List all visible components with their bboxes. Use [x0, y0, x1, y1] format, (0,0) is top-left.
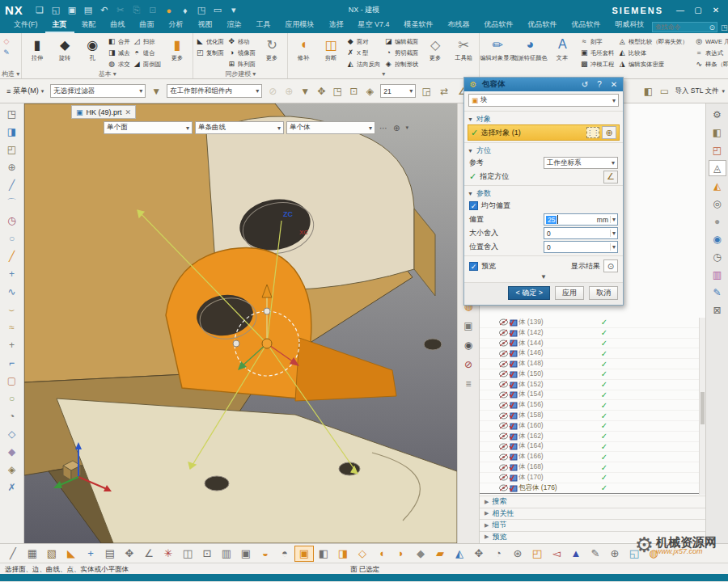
quick-access-icon[interactable]: ⎘ — [130, 4, 143, 17]
left-tool-icon[interactable]: + — [4, 266, 20, 282]
snap-point-icon[interactable]: ⊕ — [392, 124, 401, 133]
left-tool-icon[interactable]: ◳ — [4, 106, 20, 122]
ribbon-tab[interactable]: 曲面 — [133, 19, 162, 33]
left-tool-icon[interactable]: ╱ — [4, 177, 20, 193]
feature-tree-row[interactable]: 体 (146) ✓ — [480, 348, 699, 359]
snap-caret-icon[interactable]: ▾ — [404, 124, 410, 131]
left-tool-icon[interactable]: ◰ — [4, 141, 20, 158]
sketch-button[interactable]: ◇ — [2, 36, 11, 47]
ribbon-small-button[interactable]: ◿ 扫掠 — [132, 36, 163, 47]
bottom-tool-icon[interactable]: ◱ — [624, 546, 644, 562]
bottom-tool-icon[interactable]: ▤ — [100, 546, 120, 562]
ellipsis-icon[interactable]: ⋯ — [378, 124, 389, 133]
sketch-curve-button[interactable]: ✎ — [2, 47, 11, 58]
section-orientation[interactable]: ▼方位 — [464, 145, 623, 156]
ribbon-utility-icon[interactable]: ◳ — [717, 23, 728, 33]
mini-tool-icon[interactable]: ▣ — [460, 318, 476, 334]
ribbon-tab[interactable]: 文件(F) — [6, 19, 45, 33]
selection-tool-icon[interactable]: ⊡ — [346, 84, 361, 99]
ribbon-tab[interactable]: 工具 — [249, 19, 278, 33]
bottom-tool-icon[interactable]: ◨ — [333, 546, 353, 562]
ribbon-tab[interactable]: 星空 V7.4 — [351, 19, 397, 33]
resource-bar-icon[interactable]: ◎ — [709, 196, 726, 212]
window-tool-icon[interactable]: ◧ — [641, 84, 655, 99]
navigator-section-header[interactable]: ▶ 相关性 — [480, 508, 705, 520]
selection-tool-icon[interactable]: ⊕ — [281, 84, 296, 99]
quick-access-icon[interactable]: ⊡ — [146, 4, 159, 17]
mini-tool-icon[interactable]: ⊘ — [460, 356, 476, 373]
feature-tree-row[interactable]: 体 (162) ✓ — [480, 432, 699, 442]
face-rule-combo[interactable]: 单个面 — [104, 121, 193, 134]
visibility-eye-icon[interactable] — [499, 361, 508, 368]
bottom-tool-icon[interactable]: ◔ — [489, 546, 508, 562]
window-tool-icon[interactable]: ▭ — [657, 84, 671, 99]
ribbon-small-button[interactable]: ∿ 样条（即将失效） — [694, 58, 728, 70]
ribbon-tab[interactable]: 明威科技 — [608, 19, 652, 33]
ribbon-small-button[interactable]: ◣ 优化面 — [195, 36, 226, 47]
bottom-tool-icon[interactable]: ◣ — [61, 546, 81, 562]
ribbon-small-button[interactable]: ◈ 控制形状 — [383, 58, 421, 70]
feature-tree-row[interactable]: 体 (150) ✓ — [480, 369, 699, 380]
csys-dialog-button[interactable]: ∠ — [603, 171, 618, 183]
ribbon-small-button[interactable]: ◎ WAVE 几何链接器 — [694, 36, 728, 47]
resource-bar-icon[interactable]: ● — [709, 213, 726, 230]
feature-tree-row[interactable]: 体 (148) ✓ — [480, 359, 699, 369]
more-button[interactable]: ▮ 更多 — [163, 34, 191, 62]
ribbon-small-button[interactable]: ◢ 面倒圆 — [132, 58, 163, 70]
ribbon-small-button[interactable]: ◓ 缝合 — [132, 47, 163, 58]
preview-checkbox[interactable] — [469, 262, 478, 271]
feature-tree-row[interactable]: 体 (152) ✓ — [480, 380, 699, 390]
ribbon-small-button[interactable]: ◔ 剪切截面 — [383, 47, 421, 58]
import-stl-button[interactable]: 导入 STL 文件 — [675, 86, 718, 96]
curve-rule-combo[interactable]: 单条曲线 — [195, 121, 284, 134]
quick-access-icon[interactable]: ◱ — [49, 4, 62, 17]
command-search-input[interactable] — [653, 23, 709, 31]
bottom-tool-icon[interactable]: ◅ — [547, 546, 566, 562]
ribbon-small-button[interactable]: ⊞ 阵列面 — [226, 58, 257, 70]
selection-tool-icon[interactable]: ▼ — [298, 84, 312, 99]
bottom-tool-icon[interactable]: ▰ — [430, 546, 450, 562]
bottom-tool-icon[interactable]: ╱ — [3, 546, 23, 562]
minimize-button[interactable]: — — [673, 6, 688, 15]
quick-access-icon[interactable]: ▣ — [66, 4, 78, 17]
feature-tree-row[interactable]: 体 (164) ✓ — [480, 442, 699, 453]
left-tool-icon[interactable]: ◷ — [4, 213, 20, 229]
ribbon-tab[interactable]: 主页 — [45, 19, 74, 33]
visibility-eye-icon[interactable] — [499, 412, 508, 420]
ribbon-small-button[interactable]: ◭ 比较体 — [617, 47, 693, 58]
mini-tool-icon[interactable]: ◉ — [460, 337, 476, 353]
bottom-tool-icon[interactable]: ⊕ — [605, 546, 624, 562]
selection-scope-combo[interactable]: 在工作部件和组件内 — [167, 84, 262, 98]
left-tool-icon[interactable]: ◨ — [4, 124, 20, 140]
left-tool-icon[interactable]: ⌐ — [4, 355, 20, 371]
navigator-section-header[interactable]: ▶ 搜索 — [480, 496, 705, 508]
ribbon-small-button[interactable]: ◰ 复制面 — [195, 47, 226, 58]
dialog-title-bar[interactable]: ⚙ 包容体 ↺ ? ✕ — [464, 78, 623, 91]
navigator-section-header[interactable]: ▶ 细节 — [480, 519, 705, 531]
visibility-eye-icon[interactable] — [499, 340, 508, 347]
visibility-eye-icon[interactable] — [499, 381, 508, 388]
ribbon-tab[interactable]: 分析 — [162, 19, 191, 33]
quick-access-icon[interactable]: ● — [163, 4, 176, 17]
group-label-basic[interactable]: 基本 ▾ — [23, 70, 191, 78]
ribbon-big-button[interactable]: ◆ 旋转 — [51, 34, 78, 62]
maximize-button[interactable]: ▢ — [691, 6, 705, 15]
feature-tree-row[interactable]: 体 (158) ✓ — [480, 411, 699, 421]
filter-icon[interactable]: ▼ — [149, 84, 163, 99]
ribbon-small-button[interactable]: ▣ 毛坯套料 — [579, 47, 616, 58]
left-tool-icon[interactable]: ◔ — [4, 408, 20, 424]
section-parameters[interactable]: ▼参数 — [464, 188, 623, 199]
resource-bar-icon[interactable]: ◭ — [709, 178, 726, 194]
ribbon-small-button[interactable]: ◨ 减去 — [107, 47, 131, 58]
ribbon-tab[interactable]: 曲线 — [104, 19, 133, 33]
ribbon-tab[interactable]: 装配 — [74, 19, 104, 33]
selection-tool-icon[interactable]: ✥ — [314, 84, 328, 99]
graphics-viewport[interactable]: ZC XC ▣ HK (49).prt ✕ 单个面 单条曲线 单个体 — [24, 103, 457, 543]
bottom-tool-icon[interactable]: + — [81, 546, 100, 562]
visibility-eye-icon[interactable] — [499, 329, 508, 336]
visibility-eye-icon[interactable] — [499, 402, 508, 409]
bottom-tool-icon[interactable]: ▣ — [236, 546, 256, 562]
left-tool-icon[interactable]: ▢ — [4, 373, 20, 389]
caret-icon[interactable]: ▾ — [610, 243, 617, 251]
visibility-eye-icon[interactable] — [499, 422, 508, 429]
